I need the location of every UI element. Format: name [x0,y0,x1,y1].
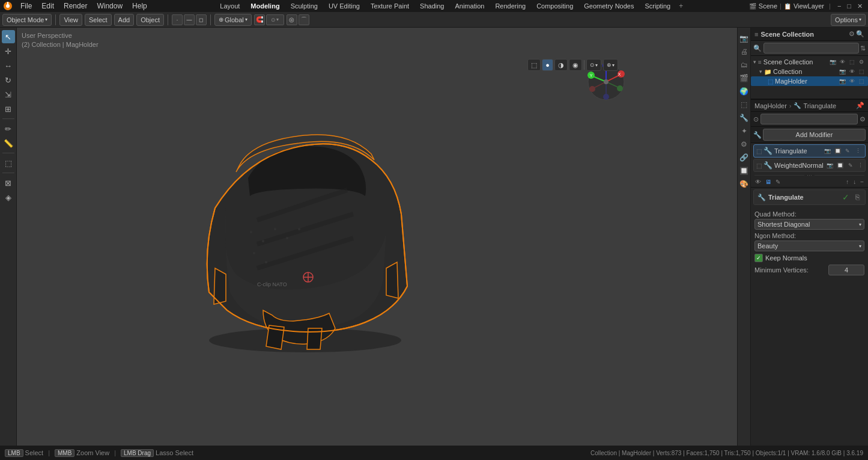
wn-more-icon[interactable]: ⋮ [856,161,866,170]
extract-btn[interactable]: ⊠ [2,176,15,189]
eye-dropper-btn[interactable]: ◈ [2,191,15,204]
col-camera[interactable]: 📷 [838,67,846,76]
workspace-compositing[interactable]: Compositing [532,0,578,12]
measure-btn[interactable]: 📏 [2,136,15,150]
workspace-shading[interactable]: Shading [415,0,449,12]
output-props-icon[interactable]: 🖨 [738,46,750,58]
magnet-btn[interactable]: 🧲 [254,14,265,25]
obj-camera[interactable]: 📷 [838,77,846,85]
workspace-sculpting[interactable]: Sculpting [286,0,323,12]
props-search-input[interactable] [760,114,858,124]
mod-more-icon[interactable]: ⋮ [853,146,863,156]
proportional-2[interactable]: ⌒ [299,14,309,25]
filter-icon-btn[interactable]: ⊙ [753,115,759,123]
col-select[interactable]: ⬚ [857,67,866,76]
workspace-scripting[interactable]: Scripting [640,0,675,12]
menu-window[interactable]: Window [92,0,127,12]
col-eye[interactable]: 👁 [848,67,856,76]
tri-down-btn[interactable]: ↓ [851,178,858,186]
add-cube-btn[interactable]: ⬚ [2,156,15,170]
cursor-tool-btn[interactable]: ✛ [2,44,15,58]
solid-btn[interactable]: ● [542,59,553,71]
copy-modifier-btn[interactable]: ⎘ [854,192,861,202]
mod-edit-icon[interactable]: ✎ [843,146,852,156]
window-maximize[interactable]: □ [845,2,853,10]
tri-remove-btn[interactable]: − [858,178,866,186]
material-icon[interactable]: 🎨 [738,178,750,190]
obj-select[interactable]: ⬚ [857,77,866,85]
sep-expand[interactable]: ··· [804,172,814,179]
material-preview-btn[interactable]: ◑ [554,59,568,71]
gizmos-btn[interactable]: ⊕ ▾ [603,59,618,71]
tri-render-btn[interactable]: 🖥 [763,178,773,186]
viewport[interactable]: User Perspective (2) Collection | MagHol… [17,28,750,446]
tri-up-btn[interactable]: ↑ [844,178,851,186]
menu-help[interactable]: Help [127,0,152,12]
outliner-filter[interactable]: ⚙ [849,30,855,38]
menu-edit[interactable]: Edit [37,0,59,12]
min-vertices-input[interactable] [828,265,864,275]
window-minimize[interactable]: − [836,2,843,10]
workspace-animation[interactable]: Animation [450,0,489,12]
physics-icon[interactable]: ⚙ [738,138,750,150]
keep-normals-checkbox[interactable]: ✓ [754,254,763,262]
apply-modifier-btn[interactable]: ✓ [840,192,851,203]
view-menu[interactable]: View [59,14,82,26]
outliner-search-input[interactable] [763,43,859,54]
tree-item-scene-collection[interactable]: ▾ ≡ Scene Collection 📷 👁 ⬚ ⚙ [751,57,868,67]
action-select[interactable]: ⬚ [848,58,856,66]
add-menu[interactable]: Add [114,14,135,26]
transform-tool-btn[interactable]: ⊞ [2,102,15,115]
face-mode-btn[interactable]: ◻ [196,14,207,25]
modifier-props-icon[interactable]: 🔧 [738,112,750,124]
workspace-geometry-nodes[interactable]: Geometry Nodes [579,0,639,12]
quad-method-dropdown[interactable]: Shortest Diagonal ▾ [754,219,864,230]
object-props-icon[interactable]: ⬚ [738,99,750,111]
props-filter-btn[interactable]: ⚙ [860,115,866,123]
rotate-tool-btn[interactable]: ↻ [2,73,15,87]
particles-icon[interactable]: ✦ [738,125,750,137]
workspace-uv-editing[interactable]: UV Editing [324,0,365,12]
scene-props-icon[interactable]: 🎬 [738,72,750,84]
move-tool-btn[interactable]: ↔ [2,59,15,72]
workspace-rendering[interactable]: Rendering [490,0,530,12]
vert-mode-btn[interactable]: · [172,14,183,25]
workspace-modeling[interactable]: Modeling [246,0,284,12]
mod-camera-icon[interactable]: 📷 [822,146,832,156]
world-props-icon[interactable]: 🌍 [738,85,750,97]
edge-mode-btn[interactable]: — [184,14,195,25]
window-close[interactable]: ✕ [855,2,864,10]
select-menu[interactable]: Select [85,14,112,26]
rendered-btn[interactable]: ◉ [569,59,582,71]
action-camera[interactable]: 📷 [828,58,837,66]
select-tool-btn[interactable]: ↖ [2,30,15,43]
menu-file[interactable]: File [16,0,37,12]
tri-eye-btn[interactable]: 👁 [753,178,763,186]
constraint-icon[interactable]: 🔗 [738,152,750,164]
obj-eye[interactable]: 👁 [848,77,856,85]
object-menu[interactable]: Object [136,14,164,26]
data-icon[interactable]: 🔲 [738,165,750,177]
workspace-texture-paint[interactable]: Texture Paint [366,0,414,12]
transform-global[interactable]: ⊕ Global ▾ [214,14,252,26]
tri-edit-btn[interactable]: ✎ [774,178,782,186]
menu-render[interactable]: Render [59,0,92,12]
proportional-btn[interactable]: ◎ [287,14,297,25]
outliner-sort-btn[interactable]: ⇅ [860,44,866,52]
tree-item-magholder[interactable]: ⬚ MagHolder 📷 👁 ⬚ [751,76,868,86]
wn-render-icon[interactable]: 🔲 [836,161,845,170]
ngon-method-dropdown[interactable]: Beauty ▾ [754,241,864,251]
options-btn[interactable]: Options ▾ [831,14,866,26]
mod-render-icon[interactable]: 🔲 [833,146,842,156]
mode-selector[interactable]: Object Mode ▾ [2,14,52,26]
action-eye[interactable]: 👁 [838,58,846,66]
outliner-search-toggle[interactable]: 🔍 [856,30,864,38]
breadcrumb-pin-btn[interactable]: 📌 [856,102,864,109]
wn-edit-icon[interactable]: ✎ [846,161,855,170]
wn-camera-icon[interactable]: 📷 [825,161,835,170]
render-props-icon[interactable]: 📷 [738,32,750,44]
wireframe-btn[interactable]: ⬚ [527,59,541,71]
workspace-layout[interactable]: Layout [215,0,244,12]
annotate-btn[interactable]: ✏ [2,122,15,135]
action-filter[interactable]: ⚙ [857,58,866,66]
